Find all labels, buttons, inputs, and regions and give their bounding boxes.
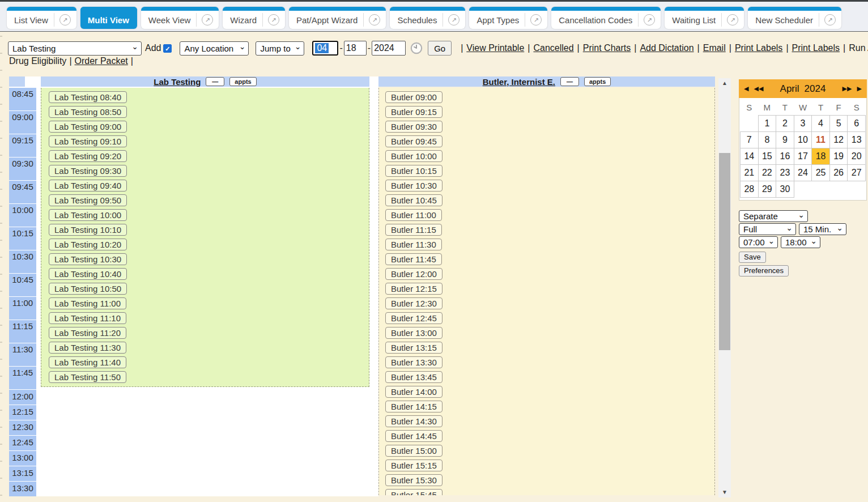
appointment-button[interactable]: Lab Testing 10:00: [49, 209, 127, 221]
date-month-input[interactable]: 04: [312, 41, 338, 56]
calendar-prev-month-arrow[interactable]: ◀: [744, 85, 748, 92]
appointment-button[interactable]: Butler 10:30: [385, 180, 442, 192]
calendar-day-cell[interactable]: 23: [776, 164, 794, 181]
calendar-day-cell[interactable]: 29: [758, 181, 776, 197]
end-time-select[interactable]: 18:00 ⌄: [781, 236, 820, 248]
collapse-column-button[interactable]: —: [560, 77, 579, 86]
appointment-button[interactable]: Lab Testing 09:30: [49, 165, 127, 177]
appointment-button[interactable]: Butler 13:15: [385, 342, 442, 354]
appointment-button[interactable]: Butler 10:45: [385, 194, 442, 206]
appointment-button[interactable]: Lab Testing 09:10: [49, 135, 127, 147]
calendar-day-cell[interactable]: 12: [829, 131, 848, 148]
start-time-select[interactable]: 07:00 ⌄: [739, 236, 778, 248]
calendar-day-cell[interactable]: 19: [829, 148, 848, 164]
open-in-new-icon[interactable]: ↗: [59, 14, 71, 25]
size-select[interactable]: Full ⌄: [739, 223, 796, 235]
open-in-new-icon[interactable]: ↗: [530, 14, 542, 25]
collapse-column-button[interactable]: —: [206, 77, 224, 86]
calendar-day-cell[interactable]: 4: [812, 115, 830, 131]
calendar-day-cell[interactable]: 3: [794, 115, 812, 131]
appointment-button[interactable]: Lab Testing 11:00: [49, 297, 126, 309]
appointment-button[interactable]: Butler 11:00: [385, 209, 442, 221]
tab-appt-types[interactable]: Appt Types↗: [469, 7, 547, 29]
appointment-button[interactable]: Butler 10:00: [385, 150, 442, 162]
calendar-day-cell[interactable]: 27: [848, 164, 866, 181]
open-in-new-icon[interactable]: ↗: [268, 14, 279, 25]
tab-wizard[interactable]: Wizard↗: [223, 7, 285, 29]
print-labels-link[interactable]: Print Labels: [735, 43, 783, 53]
calendar-day-cell[interactable]: 25: [812, 164, 830, 181]
tab-pat-appt-wizard[interactable]: Pat/Appt Wizard↗: [289, 7, 386, 29]
calendar-day-cell[interactable]: 26: [829, 164, 848, 181]
scroll-up-arrow[interactable]: ▲: [718, 78, 731, 88]
calendar-day-cell[interactable]: 21: [741, 164, 759, 181]
schedule-select[interactable]: Lab Testing ⌄: [8, 41, 142, 56]
calendar-day-cell[interactable]: 24: [794, 164, 812, 181]
preferences-button[interactable]: Preferences: [739, 265, 789, 276]
appointment-button[interactable]: Butler 09:30: [385, 121, 442, 133]
appointment-button[interactable]: Lab Testing 11:20: [49, 327, 126, 339]
open-in-new-icon[interactable]: ↗: [448, 14, 459, 25]
add-checkbox[interactable]: ✓: [163, 44, 172, 53]
calendar-day-cell[interactable]: 14: [741, 148, 759, 164]
calendar-prev-year-arrow[interactable]: ◀◀: [754, 85, 763, 92]
print-labels-link[interactable]: Print Labels: [792, 43, 840, 53]
appointment-button[interactable]: Lab Testing 11:10: [49, 312, 126, 324]
appointment-button[interactable]: Butler 15:45: [385, 489, 442, 495]
appointment-button[interactable]: Butler 14:00: [385, 386, 442, 398]
tab-new-scheduler[interactable]: New Scheduler↗: [748, 7, 841, 29]
print-charts-link[interactable]: Print Charts: [583, 43, 631, 53]
appointment-button[interactable]: Butler 15:30: [385, 474, 442, 486]
date-year-input[interactable]: 2024: [372, 41, 406, 56]
appointment-button[interactable]: Butler 09:45: [385, 135, 442, 147]
calendar-day-cell[interactable]: 10: [794, 131, 812, 148]
calendar-next-month-arrow[interactable]: ▶: [857, 85, 862, 92]
open-in-new-icon[interactable]: ↗: [369, 14, 380, 25]
appointment-button[interactable]: Butler 14:15: [385, 401, 442, 412]
calendar-day-cell[interactable]: 1: [758, 115, 776, 131]
calendar-day-cell[interactable]: 13: [848, 131, 866, 148]
date-day-input[interactable]: 18: [344, 41, 367, 56]
open-in-new-icon[interactable]: ↗: [202, 14, 213, 25]
appointment-button[interactable]: Butler 09:15: [385, 106, 442, 118]
appointment-button[interactable]: Butler 15:00: [385, 445, 442, 457]
appointment-button[interactable]: Lab Testing 09:50: [49, 194, 127, 206]
location-select[interactable]: Any Location ⌄: [180, 41, 249, 56]
appointment-button[interactable]: Lab Testing 11:50: [49, 371, 126, 383]
tab-waiting-list[interactable]: Waiting List↗: [665, 7, 744, 29]
appointment-button[interactable]: Lab Testing 08:50: [49, 106, 127, 118]
open-in-new-icon[interactable]: ↗: [727, 14, 738, 25]
calendar-next-year-arrow[interactable]: ▶▶: [843, 85, 852, 92]
calendar-selected-day[interactable]: 18: [812, 148, 830, 164]
cancelled-link[interactable]: Cancelled: [533, 43, 573, 53]
view-printable-link[interactable]: View Printable: [466, 43, 524, 53]
add-dictation-link[interactable]: Add Dictation: [640, 43, 693, 53]
calendar-day-cell[interactable]: 15: [758, 148, 776, 164]
calendar-day-cell[interactable]: 17: [794, 148, 812, 164]
calendar-day-cell[interactable]: 5: [829, 115, 848, 131]
calendar-day-cell[interactable]: 2: [776, 115, 794, 131]
appointment-button[interactable]: Lab Testing 09:00: [49, 121, 127, 133]
appointment-button[interactable]: Butler 11:15: [385, 224, 442, 236]
clock-icon[interactable]: [410, 42, 423, 54]
scroll-down-arrow[interactable]: ▼: [718, 487, 731, 497]
layout-select[interactable]: Separate ⌄: [739, 210, 808, 222]
appointment-button[interactable]: Butler 14:30: [385, 415, 442, 427]
appointment-button[interactable]: Butler 14:45: [385, 430, 442, 442]
column-title-link[interactable]: Lab Testing: [154, 77, 201, 87]
appointment-button[interactable]: Butler 13:00: [385, 327, 442, 339]
email-link[interactable]: Email: [703, 43, 726, 53]
appointment-button[interactable]: Butler 12:30: [385, 297, 442, 309]
calendar-day-cell[interactable]: 30: [776, 181, 794, 197]
appointment-button[interactable]: Lab Testing 11:30: [49, 342, 126, 354]
appointment-button[interactable]: Lab Testing 10:50: [49, 283, 127, 295]
tab-schedules[interactable]: Schedules↗: [390, 7, 465, 29]
calendar-day-cell[interactable]: 9: [776, 131, 794, 148]
tab-cancellation-codes[interactable]: Cancellation Codes↗: [551, 7, 661, 29]
tab-week-view[interactable]: Week View↗: [141, 7, 219, 29]
interval-select[interactable]: 15 Min. ⌄: [799, 223, 846, 235]
calendar-day-cell[interactable]: 6: [848, 115, 866, 131]
appointment-button[interactable]: Lab Testing 08:40: [49, 91, 127, 103]
appts-button[interactable]: appts: [584, 77, 611, 86]
appointment-button[interactable]: Lab Testing 10:10: [49, 224, 127, 236]
